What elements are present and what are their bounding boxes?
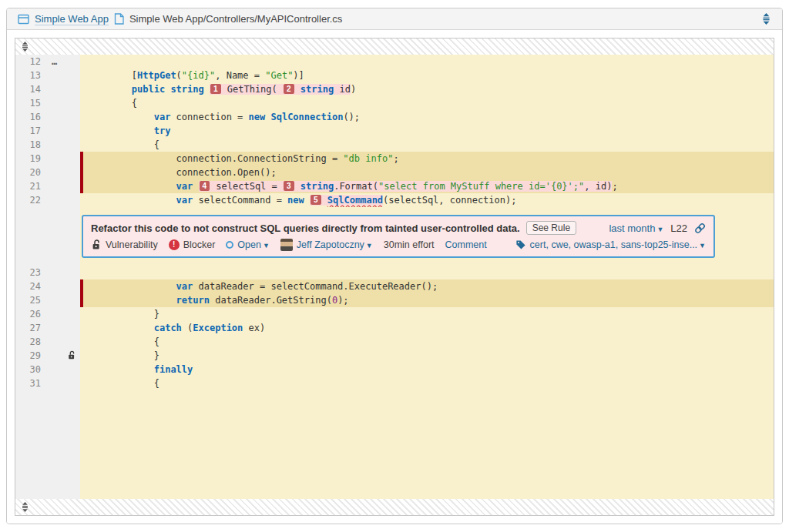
code-token: dataReader.GetString( xyxy=(210,295,332,306)
issue-tags[interactable]: cert, cwe, owasp-a1, sans-top25-inse...▼ xyxy=(515,239,706,250)
line-number[interactable]: 13 xyxy=(15,69,46,82)
project-breadcrumb-link[interactable]: Simple Web App xyxy=(35,13,109,25)
line-number[interactable]: 20 xyxy=(15,166,46,179)
scm-info[interactable] xyxy=(46,152,63,166)
code-token: Exception xyxy=(193,323,243,333)
line-number[interactable]: 25 xyxy=(15,293,46,307)
component-viewer: Simple Web App Simple Web App/Controller… xyxy=(6,8,783,524)
assignee-avatar xyxy=(280,239,293,251)
scm-info[interactable] xyxy=(46,124,63,138)
issue-gutter-cell xyxy=(63,266,80,279)
issue-line-ref: L22 xyxy=(670,223,687,234)
issue-assignee[interactable]: Jeff Zapotoczny▼ xyxy=(280,239,373,251)
issue-gutter-cell xyxy=(63,82,80,96)
line-number[interactable]: 22 xyxy=(15,193,46,207)
code-token: dataReader = selectCommand.ExecuteReader… xyxy=(193,281,438,292)
scm-info[interactable] xyxy=(46,179,63,193)
code-token xyxy=(87,84,132,95)
lock-open-icon[interactable] xyxy=(63,349,80,363)
scm-info[interactable] xyxy=(46,96,63,110)
page: Simple Web App Simple Web App/Controller… xyxy=(0,0,789,532)
code-line: 24 var dataReader = selectCommand.Execut… xyxy=(15,279,774,293)
code-token: ( xyxy=(182,323,193,333)
scm-info[interactable] xyxy=(46,110,63,124)
scm-info[interactable] xyxy=(46,193,63,207)
code-token: catch xyxy=(154,323,182,333)
line-number[interactable]: 31 xyxy=(15,376,46,390)
line-number[interactable]: 19 xyxy=(15,152,46,166)
expand-up-icon[interactable] xyxy=(21,42,29,52)
scm-info[interactable] xyxy=(46,335,63,349)
issue-tags-dropdown[interactable]: cert, cwe, owasp-a1, sans-top25-inse...▼ xyxy=(530,239,706,250)
code-token: } xyxy=(87,309,159,320)
see-rule-button[interactable]: See Rule xyxy=(526,221,576,235)
issue-gutter-cell xyxy=(63,55,80,69)
code-token: } xyxy=(87,350,159,361)
scm-info[interactable] xyxy=(46,279,63,293)
scm-info[interactable] xyxy=(46,69,63,82)
code-token: id xyxy=(334,84,351,95)
line-number[interactable]: 16 xyxy=(15,110,46,124)
line-number[interactable]: 29 xyxy=(15,349,46,363)
flow-location-badge[interactable]: 4 xyxy=(200,181,210,191)
expand-down-icon[interactable] xyxy=(21,502,29,512)
permalink-icon[interactable] xyxy=(694,223,706,234)
chevron-down-icon: ▼ xyxy=(366,242,373,249)
scm-info[interactable] xyxy=(46,307,63,321)
expand-window-icon[interactable] xyxy=(761,13,771,25)
issue-gutter-cell xyxy=(63,193,80,207)
issue-comment-link[interactable]: Comment xyxy=(445,239,487,250)
issue-assignee-dropdown[interactable]: Jeff Zapotoczny▼ xyxy=(297,239,373,250)
code-line-content: var 4 selectSql = 3 string.Format("selec… xyxy=(80,179,774,193)
scm-info[interactable] xyxy=(46,266,63,279)
code-line: 21 var 4 selectSql = 3 string.Format("se… xyxy=(15,179,774,193)
line-number[interactable]: 23 xyxy=(15,266,46,279)
code-token: HttpGet xyxy=(137,70,176,81)
code-line: 22 var selectCommand = new 5 SqlCommand(… xyxy=(15,193,774,207)
scm-info[interactable] xyxy=(46,363,63,376)
line-number[interactable]: 30 xyxy=(15,363,46,376)
line-number[interactable]: 18 xyxy=(15,138,46,152)
code-token xyxy=(295,84,300,95)
issue-gutter-cell xyxy=(63,335,80,349)
line-number[interactable]: 26 xyxy=(15,307,46,321)
scm-info[interactable] xyxy=(46,321,63,335)
scm-info[interactable] xyxy=(46,82,63,96)
flow-location-badge[interactable]: 5 xyxy=(311,195,321,205)
flow-location-highlight: 1 xyxy=(210,84,222,95)
code-token: ( xyxy=(176,70,182,81)
line-number[interactable]: 28 xyxy=(15,335,46,349)
line-number[interactable]: 24 xyxy=(15,279,46,293)
line-number[interactable]: 27 xyxy=(15,321,46,335)
line-gutter: 19 xyxy=(15,152,80,166)
line-number[interactable]: 21 xyxy=(15,179,46,193)
file-icon xyxy=(114,13,124,25)
workspace: 12…13 [HttpGet("{id}", Name = "Get")]14 … xyxy=(7,30,782,524)
issue-status-dropdown[interactable]: Open▼ xyxy=(237,239,270,250)
issue-date-dropdown[interactable]: last month▼ xyxy=(609,223,663,234)
scm-info[interactable] xyxy=(46,376,63,390)
scm-info[interactable] xyxy=(46,293,63,307)
scm-info[interactable]: … xyxy=(46,55,63,69)
issue-status[interactable]: Open▼ xyxy=(226,239,270,250)
flow-location-badge[interactable]: 2 xyxy=(284,84,294,94)
line-number[interactable]: 12 xyxy=(15,55,46,69)
code-token: SqlCommand xyxy=(327,195,383,206)
code-token: { xyxy=(87,336,159,347)
code-token: selectSql = xyxy=(210,181,283,192)
line-gutter: 20 xyxy=(15,166,80,179)
scm-info[interactable] xyxy=(46,138,63,152)
line-gutter: 31 xyxy=(15,376,80,390)
code-token: new xyxy=(249,112,266,122)
line-number[interactable]: 17 xyxy=(15,124,46,138)
code-token: , id) xyxy=(584,181,612,192)
project-icon xyxy=(18,14,29,25)
line-number[interactable]: 14 xyxy=(15,82,46,96)
scm-info[interactable] xyxy=(46,349,63,363)
line-gutter: 29 xyxy=(15,349,80,363)
line-number[interactable]: 15 xyxy=(15,96,46,110)
line-gutter: 28 xyxy=(15,335,80,349)
flow-location-badge[interactable]: 1 xyxy=(210,84,221,94)
flow-location-badge[interactable]: 3 xyxy=(284,181,294,191)
scm-info[interactable] xyxy=(46,166,63,179)
